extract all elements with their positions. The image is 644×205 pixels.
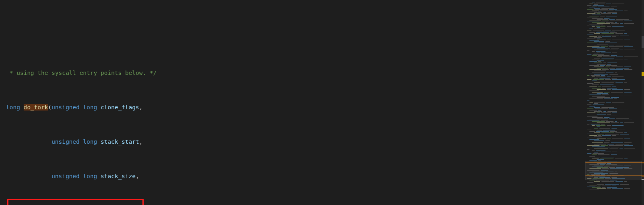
- keyword-long: long: [6, 104, 20, 111]
- minimap-viewport[interactable]: [585, 161, 642, 180]
- minimap[interactable]: [585, 9, 642, 205]
- overview-ruler[interactable]: [642, 9, 644, 205]
- comment-text: * using the syscall entry points below. …: [6, 70, 156, 76]
- code-line[interactable]: long do_fork(unsigned long clone_flags,: [6, 103, 559, 112]
- code-line[interactable]: * using the syscall entry points below. …: [6, 69, 559, 78]
- annotation-red-rectangle: [7, 199, 144, 205]
- code-line[interactable]: unsigned long stack_start,: [6, 138, 559, 147]
- code-line[interactable]: unsigned long stack_size,: [6, 172, 559, 181]
- code-editor[interactable]: * using the syscall entry points below. …: [0, 43, 559, 205]
- func-name-do-fork: do_fork: [24, 104, 48, 111]
